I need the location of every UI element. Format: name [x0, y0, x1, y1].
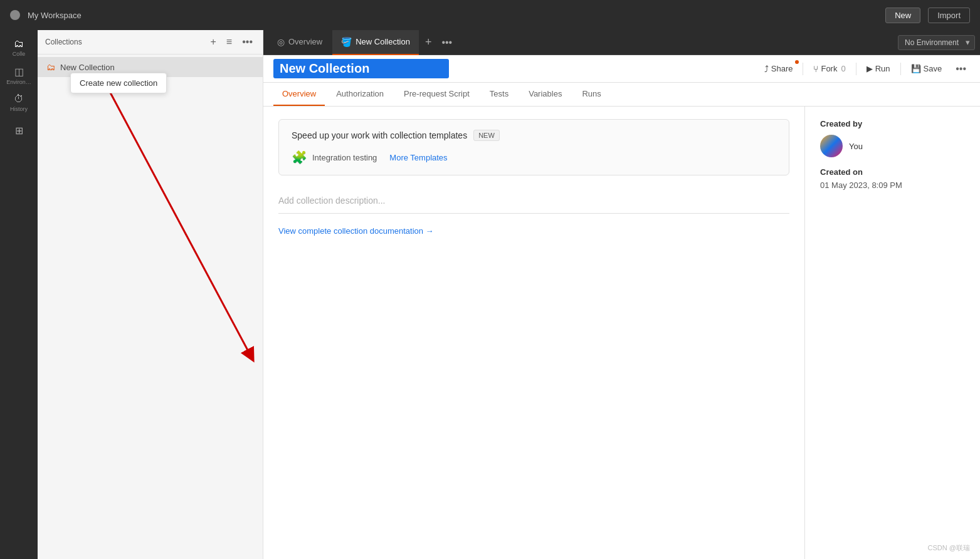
tab-bar: ◎ Overview 🪣 New Collection + ••• No Env…: [263, 30, 980, 55]
save-icon: 💾: [911, 64, 921, 73]
creator-name: You: [849, 142, 863, 151]
templates-list: 🧩 Integration testing More Templates: [292, 150, 776, 165]
fork-icon: ⑂: [813, 64, 818, 74]
sidebar-add-button[interactable]: +: [208, 35, 219, 49]
sidebar-panel-title: Collections: [45, 38, 203, 46]
content-right: Created by You Created on 01 May 2023, 8…: [804, 107, 980, 559]
tab-more-button[interactable]: •••: [438, 37, 456, 48]
tab-overview-content[interactable]: Overview: [273, 83, 325, 106]
doc-link[interactable]: View complete collection documentation →: [278, 226, 789, 236]
templates-title: Speed up your work with collection templ…: [292, 130, 776, 141]
content-area: ◎ Overview 🪣 New Collection + ••• No Env…: [263, 30, 980, 559]
create-new-tooltip: Create new collection: [70, 73, 167, 93]
tab-overview[interactable]: ◎ Overview: [268, 30, 331, 55]
overview-tab-label: Overview: [288, 37, 322, 46]
collection-icon: 🗂: [46, 62, 55, 72]
integration-testing-label: Integration testing: [312, 153, 377, 162]
tab-add-button[interactable]: +: [420, 36, 437, 49]
sidebar-environments-label: Environ…: [6, 79, 31, 85]
run-button[interactable]: ▶ Run: [861, 61, 895, 76]
new-badge: NEW: [473, 130, 500, 141]
app-root: My Workspace New Import 🗂 Colle ◫ Enviro…: [0, 0, 980, 559]
apis-icon: ⊞: [15, 125, 23, 137]
share-notification-dot: [795, 60, 799, 64]
sidebar-list: 🗂 New Collection: [38, 55, 263, 559]
toolbar-separator-2: [856, 63, 856, 75]
toolbar-separator-3: [900, 63, 901, 75]
content-left: Speed up your work with collection templ…: [263, 107, 804, 559]
created-by-label: Created by: [820, 119, 965, 128]
integration-testing-icon: 🧩: [292, 150, 307, 165]
created-by-row: You: [820, 135, 965, 157]
templates-box: Speed up your work with collection templ…: [278, 119, 789, 175]
integration-testing-template[interactable]: 🧩 Integration testing: [292, 150, 377, 165]
new-collection-tab-label: New Collection: [356, 37, 410, 46]
list-item-label: New Collection: [60, 63, 115, 72]
content-tabs: Overview Authorization Pre-request Scrip…: [263, 83, 980, 107]
save-button[interactable]: 💾 Save: [906, 61, 947, 76]
watermark: CSDN @联瑞: [928, 543, 970, 553]
content-main: Speed up your work with collection templ…: [263, 107, 980, 559]
new-button[interactable]: New: [885, 8, 920, 23]
sidebar-item-environments[interactable]: ◫ Environ…: [6, 63, 31, 88]
tab-prerequest-content[interactable]: Pre-request Script: [395, 83, 478, 106]
tab-authorization-content[interactable]: Authorization: [327, 83, 393, 106]
sidebar-history-label: History: [10, 106, 28, 112]
import-button[interactable]: Import: [928, 8, 970, 23]
overview-tab-icon: ◎: [277, 37, 285, 47]
created-on-date: 01 May 2023, 8:09 PM: [820, 180, 965, 190]
created-on-label: Created on: [820, 167, 965, 177]
collection-tab-icon: 🪣: [341, 37, 352, 47]
sidebar-filter-button[interactable]: ≡: [224, 35, 234, 49]
avatar: [820, 135, 843, 157]
environment-selector-wrapper: No Environment: [898, 35, 975, 50]
fork-button[interactable]: ⑂ Fork 0: [808, 61, 850, 76]
environments-icon: ◫: [14, 66, 24, 78]
history-icon: ⏱: [14, 93, 24, 105]
share-button[interactable]: ⤴ Share: [759, 61, 798, 76]
tab-runs-content[interactable]: Runs: [573, 83, 609, 106]
tab-tests-content[interactable]: Tests: [481, 83, 517, 106]
sidebar-item-collections[interactable]: 🗂 Colle: [6, 35, 31, 60]
sidebar-panel: Collections + ≡ ••• 🗂 New Collection Cre…: [38, 30, 263, 559]
sidebar-panel-header: Collections + ≡ •••: [38, 30, 263, 55]
sidebar: 🗂 Colle ◫ Environ… ⏱ History ⊞: [0, 30, 38, 559]
toolbar-more-button[interactable]: •••: [952, 63, 970, 75]
user-icon: [10, 10, 20, 20]
sidebar-item-history[interactable]: ⏱ History: [6, 90, 31, 115]
sidebar-collections-label: Colle: [13, 51, 26, 57]
toolbar-separator-1: [803, 63, 803, 75]
sidebar-item-apis[interactable]: ⊞: [6, 118, 31, 143]
description-area[interactable]: Add collection description...: [278, 188, 789, 214]
share-icon: ⤴: [764, 64, 769, 74]
tab-new-collection[interactable]: 🪣 New Collection: [332, 30, 419, 55]
collections-icon: 🗂: [14, 38, 24, 50]
more-templates-button[interactable]: More Templates: [389, 153, 447, 162]
main-area: 🗂 Colle ◫ Environ… ⏱ History ⊞ Collectio…: [0, 30, 980, 559]
environment-select[interactable]: No Environment: [898, 35, 975, 50]
tab-variables-content[interactable]: Variables: [520, 83, 571, 106]
workspace-label: My Workspace: [28, 11, 878, 20]
toolbar: ⤴ Share ⑂ Fork 0 ▶ Run 💾 Sa: [263, 55, 980, 83]
titlebar: My Workspace New Import: [0, 0, 980, 30]
run-icon: ▶: [867, 64, 873, 73]
collection-name-input[interactable]: [273, 59, 449, 78]
sidebar-more-button[interactable]: •••: [240, 35, 255, 49]
